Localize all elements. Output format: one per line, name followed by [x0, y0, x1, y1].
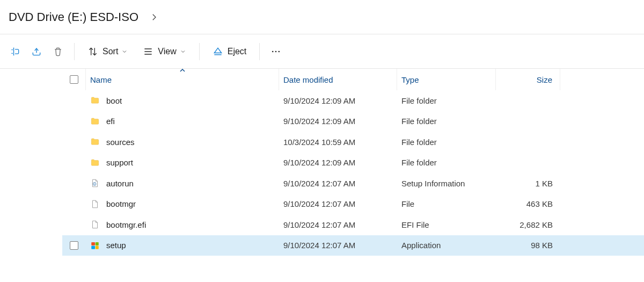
- eject-button[interactable]: Eject: [205, 41, 254, 62]
- column-header-row: Name Date modified Type Size: [62, 69, 644, 90]
- row-name-cell[interactable]: autorun: [86, 178, 279, 188]
- file-row[interactable]: setup9/10/2024 12:07 AMApplication98 KB: [62, 235, 644, 256]
- row-name: support: [106, 158, 133, 167]
- row-name: setup: [106, 241, 126, 250]
- toolbar: Sort View Eject: [0, 34, 644, 69]
- sort-label: Sort: [103, 47, 118, 56]
- row-date: 9/10/2024 12:07 AM: [279, 179, 397, 188]
- row-type: File: [397, 199, 496, 208]
- row-type: EFI File: [397, 220, 496, 229]
- more-button[interactable]: [265, 41, 287, 62]
- col-name-label: Name: [90, 75, 112, 84]
- file-row[interactable]: efi9/10/2024 12:09 AMFile folder: [62, 111, 644, 132]
- svg-marker-3: [214, 48, 221, 53]
- row-size: 463 KB: [496, 199, 560, 208]
- file-icon: [90, 199, 100, 209]
- view-button[interactable]: View: [135, 41, 193, 62]
- row-date: 9/10/2024 12:09 AM: [279, 96, 397, 105]
- chevron-down-icon: [121, 48, 128, 55]
- row-name: boot: [106, 96, 122, 105]
- file-rows: boot9/10/2024 12:09 AMFile folderefi9/10…: [62, 90, 644, 256]
- svg-point-6: [275, 50, 277, 52]
- svg-point-5: [272, 50, 274, 52]
- select-all-checkbox[interactable]: [62, 69, 86, 90]
- folder-icon: [90, 96, 100, 105]
- column-header-size[interactable]: Size: [496, 69, 560, 90]
- file-row[interactable]: sources10/3/2024 10:59 AMFile folder: [62, 132, 644, 153]
- row-name: sources: [106, 138, 135, 147]
- row-size: 1 KB: [496, 179, 560, 188]
- row-date: 9/10/2024 12:09 AM: [279, 158, 397, 167]
- file-list: Name Date modified Type Size boot9/10/20…: [62, 69, 644, 282]
- share-button[interactable]: [26, 41, 47, 62]
- folder-icon: [90, 137, 100, 147]
- separator: [259, 43, 260, 60]
- delete-button[interactable]: [47, 41, 69, 62]
- file-row[interactable]: support9/10/2024 12:09 AMFile folder: [62, 153, 644, 173]
- left-gutter: [0, 69, 62, 282]
- column-header-date[interactable]: Date modified: [279, 69, 397, 90]
- file-row[interactable]: bootmgr.efi9/10/2024 12:07 AMEFI File2,6…: [62, 214, 644, 235]
- folder-icon: [90, 117, 100, 126]
- rename-button[interactable]: [4, 41, 26, 62]
- row-name-cell[interactable]: bootmgr.efi: [86, 220, 279, 229]
- column-header-type[interactable]: Type: [397, 69, 496, 90]
- row-type: Application: [397, 241, 496, 250]
- row-date: 9/10/2024 12:07 AM: [279, 220, 397, 229]
- row-date: 10/3/2024 10:59 AM: [279, 138, 397, 147]
- row-name-cell[interactable]: support: [86, 158, 279, 168]
- file-row[interactable]: bootmgr9/10/2024 12:07 AMFile463 KB: [62, 194, 644, 215]
- eject-label: Eject: [228, 47, 247, 56]
- breadcrumb-bar: DVD Drive (E:) ESD-ISO: [0, 0, 644, 34]
- row-size: 2,682 KB: [496, 220, 560, 229]
- row-type: File folder: [397, 96, 496, 105]
- row-name-cell[interactable]: efi: [86, 117, 279, 126]
- file-icon: [90, 220, 100, 229]
- row-name-cell[interactable]: sources: [86, 137, 279, 147]
- row-name: autorun: [106, 179, 134, 188]
- file-row[interactable]: boot9/10/2024 12:09 AMFile folder: [62, 90, 644, 111]
- svg-point-7: [279, 50, 280, 52]
- folder-icon: [90, 158, 100, 168]
- separator: [74, 43, 75, 60]
- row-name: bootmgr: [106, 199, 136, 208]
- content-area: Name Date modified Type Size boot9/10/20…: [0, 69, 644, 282]
- row-date: 9/10/2024 12:09 AM: [279, 117, 397, 126]
- sort-button[interactable]: Sort: [80, 41, 135, 62]
- column-header-name[interactable]: Name: [86, 69, 279, 90]
- row-name-cell[interactable]: bootmgr: [86, 199, 279, 209]
- row-date: 9/10/2024 12:07 AM: [279, 199, 397, 208]
- row-type: File folder: [397, 158, 496, 167]
- sort-ascending-icon: [179, 68, 186, 73]
- row-checkbox[interactable]: [62, 241, 86, 250]
- row-type: File folder: [397, 138, 496, 147]
- row-type: Setup Information: [397, 179, 496, 188]
- file-row[interactable]: autorun9/10/2024 12:07 AMSetup Informati…: [62, 173, 644, 194]
- inf-icon: [90, 178, 100, 188]
- row-name: efi: [106, 117, 115, 126]
- app-icon: [90, 241, 100, 250]
- row-name-cell[interactable]: boot: [86, 96, 279, 105]
- chevron-right-icon[interactable]: [149, 12, 159, 22]
- row-size: 98 KB: [496, 241, 560, 250]
- row-type: File folder: [397, 117, 496, 126]
- row-name: bootmgr.efi: [106, 220, 146, 229]
- chevron-down-icon: [180, 48, 186, 55]
- separator: [199, 43, 200, 60]
- row-date: 9/10/2024 12:07 AM: [279, 241, 397, 250]
- row-name-cell[interactable]: setup: [86, 241, 279, 250]
- breadcrumb-title[interactable]: DVD Drive (E:) ESD-ISO: [9, 10, 138, 24]
- view-label: View: [158, 47, 176, 56]
